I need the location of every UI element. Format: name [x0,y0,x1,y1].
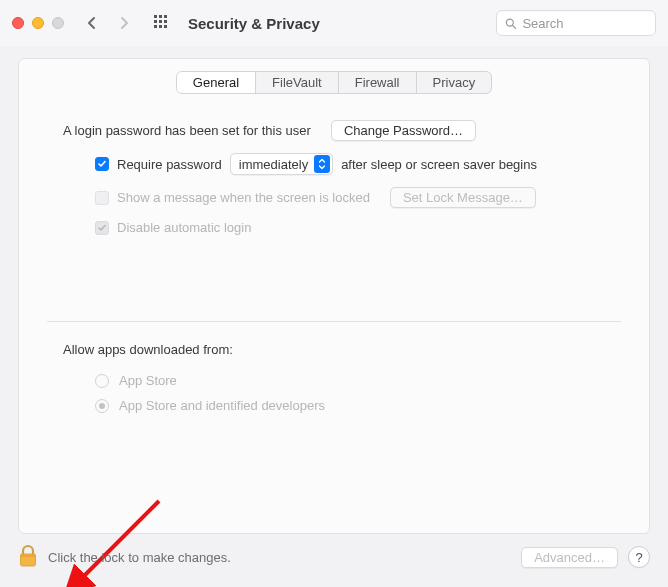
preferences-panel: General FileVault Firewall Privacy A log… [18,58,650,534]
svg-rect-3 [154,20,157,23]
radio-app-store-dev [95,399,109,413]
allow-apps-heading: Allow apps downloaded from: [63,342,233,357]
titlebar: Security & Privacy [0,0,668,46]
forward-button[interactable] [112,11,136,35]
show-message-text: Show a message when the screen is locked [117,190,370,205]
login-password-text: A login password has been set for this u… [63,123,311,138]
svg-line-10 [512,25,515,28]
search-field[interactable] [496,10,656,36]
lock-hint-text: Click the lock to make changes. [48,550,231,565]
general-section: A login password has been set for this u… [19,94,649,235]
radio-app-store [95,374,109,388]
tab-privacy[interactable]: Privacy [417,72,492,93]
footer: Click the lock to make changes. Advanced… [0,541,668,587]
svg-rect-4 [159,20,162,23]
tab-firewall[interactable]: Firewall [339,72,417,93]
svg-rect-1 [159,15,162,18]
require-password-delay-value: immediately [239,157,308,172]
search-icon [505,17,516,30]
require-password-checkbox[interactable] [95,157,109,171]
lock-icon[interactable] [18,544,38,571]
svg-rect-13 [21,554,36,557]
radio-app-store-dev-label: App Store and identified developers [119,398,325,413]
require-password-post: after sleep or screen saver begins [341,157,537,172]
svg-rect-0 [154,15,157,18]
set-lock-message-button: Set Lock Message… [390,187,536,208]
require-password-delay-select[interactable]: immediately [230,153,333,175]
svg-rect-2 [164,15,167,18]
svg-rect-7 [159,25,162,28]
back-button[interactable] [80,11,104,35]
advanced-button: Advanced… [521,547,618,568]
close-button[interactable] [12,17,24,29]
svg-rect-6 [154,25,157,28]
change-password-button[interactable]: Change Password… [331,120,476,141]
show-all-icon[interactable] [150,11,174,35]
search-input[interactable] [522,16,647,31]
tab-bar: General FileVault Firewall Privacy [19,71,649,94]
help-button[interactable]: ? [628,546,650,568]
traffic-lights [12,17,64,29]
tab-general[interactable]: General [177,72,256,93]
window-title: Security & Privacy [188,15,320,32]
require-password-pre: Require password [117,157,222,172]
minimize-button[interactable] [32,17,44,29]
svg-rect-5 [164,20,167,23]
radio-app-store-label: App Store [119,373,177,388]
maximize-button[interactable] [52,17,64,29]
disable-auto-login-text: Disable automatic login [117,220,251,235]
downloads-section: Allow apps downloaded from: App Store Ap… [19,322,649,413]
svg-rect-8 [164,25,167,28]
show-message-checkbox [95,191,109,205]
tab-filevault[interactable]: FileVault [256,72,339,93]
disable-auto-login-checkbox [95,221,109,235]
select-stepper-icon [314,155,330,173]
